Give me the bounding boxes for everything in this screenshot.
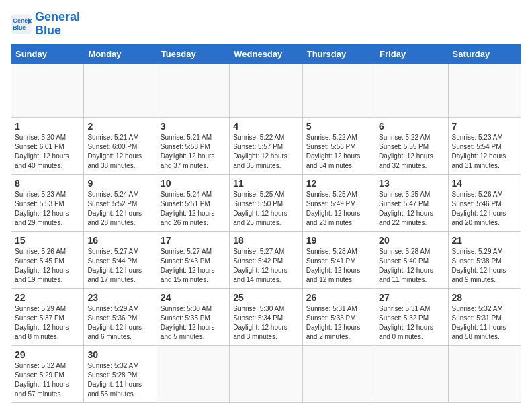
day-number: 19 — [306, 235, 371, 246]
logo-text: GeneralBlue — [35, 11, 80, 38]
page-header: General Blue GeneralBlue — [11, 11, 521, 38]
day-number: 3 — [161, 121, 226, 132]
day-number: 24 — [161, 292, 226, 303]
day-number: 18 — [233, 235, 298, 246]
logo: General Blue GeneralBlue — [11, 11, 80, 38]
calendar-cell: 17 Sunrise: 5:27 AMSunset: 5:43 PMDaylig… — [157, 231, 229, 288]
day-number: 6 — [379, 121, 444, 132]
day-info: Sunrise: 5:29 AMSunset: 5:36 PMDaylight:… — [87, 304, 152, 342]
day-info: Sunrise: 5:22 AMSunset: 5:57 PMDaylight:… — [233, 133, 298, 171]
calendar-cell: 29 Sunrise: 5:32 AMSunset: 5:29 PMDaylig… — [11, 345, 84, 402]
calendar-cell — [302, 63, 375, 117]
weekday-header-sunday: Sunday — [11, 44, 84, 63]
day-info: Sunrise: 5:27 AMSunset: 5:43 PMDaylight:… — [161, 247, 226, 285]
calendar-cell — [84, 63, 157, 117]
day-number: 17 — [161, 235, 226, 246]
calendar-cell — [230, 345, 302, 402]
weekday-header-thursday: Thursday — [302, 44, 375, 63]
weekday-header-tuesday: Tuesday — [157, 44, 229, 63]
calendar-cell — [448, 345, 521, 402]
calendar-cell: 21 Sunrise: 5:29 AMSunset: 5:38 PMDaylig… — [448, 231, 521, 288]
weekday-header-monday: Monday — [84, 44, 157, 63]
calendar-cell: 10 Sunrise: 5:24 AMSunset: 5:51 PMDaylig… — [157, 174, 229, 231]
day-number: 7 — [452, 121, 517, 132]
calendar-cell: 27 Sunrise: 5:31 AMSunset: 5:32 PMDaylig… — [375, 288, 448, 345]
calendar-cell — [157, 63, 229, 117]
day-info: Sunrise: 5:32 AMSunset: 5:29 PMDaylight:… — [15, 361, 80, 399]
calendar-cell: 3 Sunrise: 5:21 AMSunset: 5:58 PMDayligh… — [157, 117, 229, 174]
weekday-header-row: SundayMondayTuesdayWednesdayThursdayFrid… — [11, 44, 521, 63]
calendar-cell — [230, 63, 302, 117]
calendar-week-2: 8 Sunrise: 5:23 AMSunset: 5:53 PMDayligh… — [11, 174, 521, 231]
day-info: Sunrise: 5:25 AMSunset: 5:49 PMDaylight:… — [306, 190, 371, 228]
calendar-cell — [375, 63, 448, 117]
calendar-cell: 14 Sunrise: 5:26 AMSunset: 5:46 PMDaylig… — [448, 174, 521, 231]
day-info: Sunrise: 5:29 AMSunset: 5:37 PMDaylight:… — [15, 304, 80, 342]
calendar-cell — [448, 63, 521, 117]
calendar-cell — [157, 345, 229, 402]
calendar-cell: 25 Sunrise: 5:30 AMSunset: 5:34 PMDaylig… — [230, 288, 302, 345]
calendar-week-1: 1 Sunrise: 5:20 AMSunset: 6:01 PMDayligh… — [11, 117, 521, 174]
calendar-cell: 16 Sunrise: 5:27 AMSunset: 5:44 PMDaylig… — [84, 231, 157, 288]
calendar-cell: 18 Sunrise: 5:27 AMSunset: 5:42 PMDaylig… — [230, 231, 302, 288]
day-number: 21 — [452, 235, 517, 246]
calendar-cell: 6 Sunrise: 5:22 AMSunset: 5:55 PMDayligh… — [375, 117, 448, 174]
calendar-cell — [302, 345, 375, 402]
day-number: 15 — [15, 235, 80, 246]
day-info: Sunrise: 5:25 AMSunset: 5:50 PMDaylight:… — [233, 190, 298, 228]
day-info: Sunrise: 5:22 AMSunset: 5:56 PMDaylight:… — [306, 133, 371, 171]
calendar-cell: 8 Sunrise: 5:23 AMSunset: 5:53 PMDayligh… — [11, 174, 84, 231]
day-info: Sunrise: 5:26 AMSunset: 5:46 PMDaylight:… — [452, 190, 517, 228]
day-info: Sunrise: 5:23 AMSunset: 5:53 PMDaylight:… — [15, 190, 80, 228]
day-info: Sunrise: 5:32 AMSunset: 5:28 PMDaylight:… — [87, 361, 152, 399]
day-number: 28 — [452, 292, 517, 303]
day-number: 1 — [15, 121, 80, 132]
day-info: Sunrise: 5:27 AMSunset: 5:44 PMDaylight:… — [87, 247, 152, 285]
calendar-cell — [11, 63, 84, 117]
calendar-week-3: 15 Sunrise: 5:26 AMSunset: 5:45 PMDaylig… — [11, 231, 521, 288]
calendar-cell: 2 Sunrise: 5:21 AMSunset: 6:00 PMDayligh… — [84, 117, 157, 174]
weekday-header-wednesday: Wednesday — [230, 44, 302, 63]
day-number: 14 — [452, 178, 517, 189]
day-info: Sunrise: 5:21 AMSunset: 6:00 PMDaylight:… — [87, 133, 152, 171]
calendar-cell: 1 Sunrise: 5:20 AMSunset: 6:01 PMDayligh… — [11, 117, 84, 174]
day-number: 20 — [379, 235, 444, 246]
day-number: 27 — [379, 292, 444, 303]
logo-icon: General Blue — [11, 13, 32, 35]
calendar-week-4: 22 Sunrise: 5:29 AMSunset: 5:37 PMDaylig… — [11, 288, 521, 345]
calendar-cell: 15 Sunrise: 5:26 AMSunset: 5:45 PMDaylig… — [11, 231, 84, 288]
day-info: Sunrise: 5:28 AMSunset: 5:41 PMDaylight:… — [306, 247, 371, 285]
calendar-cell: 5 Sunrise: 5:22 AMSunset: 5:56 PMDayligh… — [302, 117, 375, 174]
day-number: 13 — [379, 178, 444, 189]
day-info: Sunrise: 5:20 AMSunset: 6:01 PMDaylight:… — [15, 133, 80, 171]
calendar-cell: 30 Sunrise: 5:32 AMSunset: 5:28 PMDaylig… — [84, 345, 157, 402]
calendar-cell: 9 Sunrise: 5:24 AMSunset: 5:52 PMDayligh… — [84, 174, 157, 231]
day-number: 11 — [233, 178, 298, 189]
calendar-cell: 28 Sunrise: 5:32 AMSunset: 5:31 PMDaylig… — [448, 288, 521, 345]
calendar-week-5: 29 Sunrise: 5:32 AMSunset: 5:29 PMDaylig… — [11, 345, 521, 402]
calendar-cell: 22 Sunrise: 5:29 AMSunset: 5:37 PMDaylig… — [11, 288, 84, 345]
day-number: 23 — [87, 292, 152, 303]
day-info: Sunrise: 5:29 AMSunset: 5:38 PMDaylight:… — [452, 247, 517, 285]
day-info: Sunrise: 5:28 AMSunset: 5:40 PMDaylight:… — [379, 247, 444, 285]
day-number: 9 — [87, 178, 152, 189]
day-number: 16 — [87, 235, 152, 246]
day-number: 25 — [233, 292, 298, 303]
calendar-cell: 24 Sunrise: 5:30 AMSunset: 5:35 PMDaylig… — [157, 288, 229, 345]
day-info: Sunrise: 5:22 AMSunset: 5:55 PMDaylight:… — [379, 133, 444, 171]
day-info: Sunrise: 5:31 AMSunset: 5:33 PMDaylight:… — [306, 304, 371, 342]
calendar-week-0 — [11, 63, 521, 117]
day-number: 2 — [87, 121, 152, 132]
calendar-cell: 26 Sunrise: 5:31 AMSunset: 5:33 PMDaylig… — [302, 288, 375, 345]
day-info: Sunrise: 5:26 AMSunset: 5:45 PMDaylight:… — [15, 247, 80, 285]
day-info: Sunrise: 5:25 AMSunset: 5:47 PMDaylight:… — [379, 190, 444, 228]
day-info: Sunrise: 5:30 AMSunset: 5:34 PMDaylight:… — [233, 304, 298, 342]
calendar-cell — [375, 345, 448, 402]
day-info: Sunrise: 5:27 AMSunset: 5:42 PMDaylight:… — [233, 247, 298, 285]
day-number: 4 — [233, 121, 298, 132]
calendar-cell: 11 Sunrise: 5:25 AMSunset: 5:50 PMDaylig… — [230, 174, 302, 231]
day-number: 10 — [161, 178, 226, 189]
day-info: Sunrise: 5:24 AMSunset: 5:51 PMDaylight:… — [161, 190, 226, 228]
calendar-cell: 4 Sunrise: 5:22 AMSunset: 5:57 PMDayligh… — [230, 117, 302, 174]
day-number: 22 — [15, 292, 80, 303]
